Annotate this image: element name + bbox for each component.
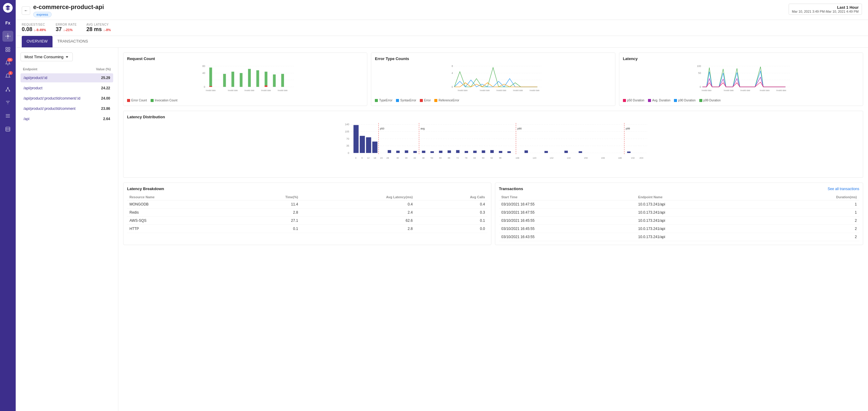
avg-calls-val: 0.0 [415,225,488,233]
request-count-legend: Error Count Invocation Count [127,99,363,102]
svg-rect-26 [209,68,212,87]
time-range-selector[interactable]: Last 1 Hour Mar 10, 2021 3:49 PM-Mar 10,… [788,4,862,15]
sidebar-item-notifications[interactable]: 1 [2,71,13,82]
tab-overview[interactable]: OVERVIEW [22,36,53,48]
svg-rect-88 [456,150,459,153]
latency-legend: p50 Duration Avg. Duration p90 Duration [623,99,859,102]
stat-error-rate: ERROR RATE 37 ↓-21% [56,23,77,33]
service-tag: express [33,12,52,17]
latency-dist-title: Latency Distribution [127,115,859,119]
avg-calls-val: 0.3 [415,209,488,217]
col-endpoint: Endpoint [23,67,37,71]
see-all-transactions-link[interactable]: See all transactions [828,187,859,191]
svg-text:40: 40 [203,72,206,74]
sidebar-item-alerts[interactable]: 26 [2,57,13,68]
table-header: Endpoint Value (%) [21,66,113,72]
legend-referenceerror: ReferenceError [434,99,459,102]
latency-breakdown-table: Resource Name Time(%) Avg Latency(ms) Av… [127,194,488,233]
svg-text:72: 72 [456,157,459,159]
svg-rect-95 [525,150,528,153]
table-row: 03/10/2021 16:45:5510.0.173.241/api2 [499,217,859,225]
sidebar-item-fx[interactable]: Fx [2,18,13,28]
endpoint-row[interactable]: /api/product/:id 25.29 [21,73,113,83]
sidebar-item-topology[interactable] [2,84,13,95]
chevron-down-icon [65,55,69,59]
legend-invocation-count: Invocation Count [151,99,178,102]
error-type-svg: 8 4 0 Invalid date Invalid date Invalid … [375,63,611,97]
back-icon: ← [24,8,28,13]
charts-row-top: Request Count 80 40 0 [123,53,863,106]
svg-rect-2 [8,48,10,49]
legend-invocation-dot [151,99,154,102]
endpoint-name: /api/product/:productId/comment [24,106,75,111]
main-content: ← e-commerce-product-api express Last 1 … [16,0,868,411]
alert-badge: 26 [7,58,13,62]
transactions-title: Transactions [499,187,523,191]
stat-error-value: 37 ↓-21% [56,26,72,32]
svg-text:66: 66 [447,157,450,159]
duration-val: 2 [768,233,859,241]
svg-rect-84 [422,151,425,153]
transactions-card: Transactions See all transactions Start … [495,183,863,245]
endpoint-value: 25.29 [101,76,110,80]
svg-text:Invalid date: Invalid date [760,89,770,91]
svg-text:100: 100 [697,65,701,68]
request-count-chart: Request Count 80 40 0 [123,53,367,106]
svg-text:12: 12 [367,157,369,159]
endpoint-row[interactable]: /api/product 24.22 [21,84,113,93]
start-time-val: 03/10/2021 16:47:55 [499,200,636,209]
svg-text:Invalid date: Invalid date [261,89,271,91]
svg-rect-94 [507,151,511,153]
svg-rect-36 [281,74,284,87]
col-duration: Duration(ms) [768,194,859,200]
endpoint-row[interactable]: /api 2.64 [21,114,113,123]
svg-text:Invalid date: Invalid date [776,89,786,91]
sidebar-item-reports[interactable] [2,124,13,135]
sidebar-item-apm[interactable] [2,31,13,42]
back-button[interactable]: ← [22,6,30,15]
svg-text:Invalid date: Invalid date [724,89,734,91]
table-row: MONGODB11.40.40.4 [127,200,488,209]
endpoint-row[interactable]: /api/product/:productId/comment 23.86 [21,104,113,113]
endpoint-value: 24.22 [101,86,110,90]
endpoint-val: 10.0.173.241/api [636,233,750,241]
resource-name: MONGODB [127,200,236,209]
svg-text:78: 78 [465,157,467,159]
svg-text:Invalid date: Invalid date [496,89,506,91]
avg-calls-val: 0.1 [415,217,488,225]
endpoint-val: 10.0.173.241/api [636,225,750,233]
svg-rect-79 [372,141,378,153]
endpoint-name: /api/product/:productId/comment/:id [24,96,80,100]
endpoint-row[interactable]: /api/product/:productId/comment/:id 24.0… [21,94,113,103]
sidebar-item-filter[interactable] [2,97,13,108]
svg-rect-3 [6,50,7,52]
stat-latency-change: ↓-8% [103,28,111,32]
legend-p90: p90 Duration [674,99,695,102]
svg-text:90: 90 [482,157,485,159]
svg-text:Invalid date: Invalid date [245,89,254,91]
stat-request-change: ↓-9.49% [34,28,46,32]
svg-text:92: 92 [490,157,493,159]
legend-p99: p99 Duration [699,99,721,102]
svg-point-7 [9,91,10,91]
svg-rect-82 [405,150,408,153]
filter-dropdown[interactable]: Most Time Consuming [21,53,73,61]
legend-typeerror: TypeError [375,99,392,102]
sidebar-item-list[interactable] [2,110,13,121]
tab-transactions[interactable]: TRANSACTIONS [53,36,93,48]
avg-latency-val: 2.8 [301,225,415,233]
svg-text:p99: p99 [626,127,630,130]
stat-error-label: ERROR RATE [56,23,77,26]
sidebar-item-dashboard[interactable] [2,44,13,55]
start-time-val: 03/10/2021 16:47:55 [499,209,636,217]
svg-text:18: 18 [374,157,376,159]
endpoint-val: 10.0.173.241/api [636,217,750,225]
svg-rect-31 [248,69,251,87]
legend-error: Error [420,99,431,102]
avg-latency-val: 0.4 [301,200,415,209]
svg-rect-32 [256,70,259,87]
legend-error-count: Error Count [127,99,147,102]
svg-text:105: 105 [345,130,349,133]
endpoint-table: Endpoint Value (%) /api/product/:id 25.2… [21,66,113,123]
svg-rect-85 [430,151,434,153]
